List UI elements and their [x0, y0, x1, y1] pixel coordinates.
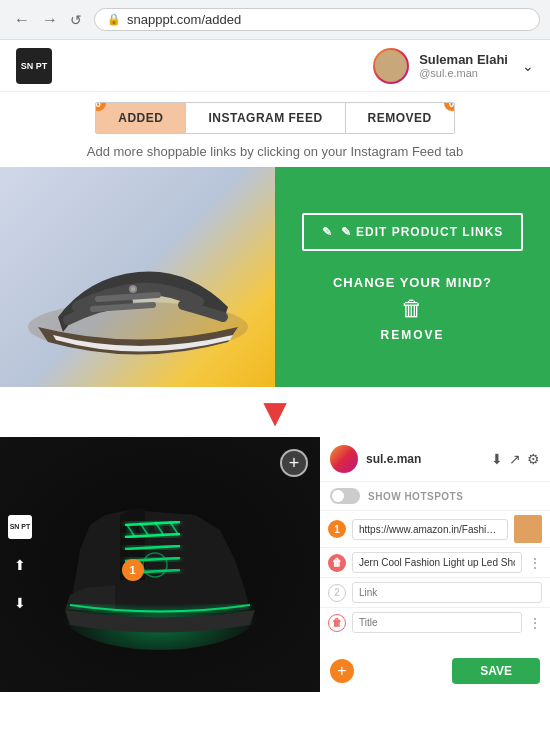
link-row-url-2: 2	[320, 578, 550, 608]
shoe-image-area: SN PT ⬆ ⬇	[0, 437, 320, 692]
address-bar[interactable]: 🔒 snapppt.com/added	[94, 8, 540, 31]
share-icon[interactable]: ↗	[509, 451, 521, 467]
forward-button[interactable]: →	[38, 9, 62, 31]
plus-icon-save: +	[337, 662, 346, 680]
remove-section: CHANGE YOUR MIND? 🗑 REMOVE	[333, 275, 492, 342]
right-avatar	[330, 445, 358, 473]
trash-btn-2[interactable]: 🗑	[328, 614, 346, 632]
left-icons: SN PT ⬆ ⬇	[8, 515, 32, 615]
edit-label: ✎ EDIT PRODUCT LINKS	[341, 225, 504, 239]
link-row-url-1: 1	[320, 511, 550, 548]
add-hotspot-button[interactable]: +	[330, 659, 354, 683]
profile-name: Suleman Elahi	[419, 52, 508, 67]
app-header: SN PT Suleman Elahi @sul.e.man ⌄	[0, 40, 550, 92]
bottom-panel: SN PT ⬆ ⬇	[0, 437, 550, 692]
avatar-image	[375, 50, 407, 82]
down-arrow-icon: ▼	[255, 392, 295, 432]
product-right-panel: ✎ ✎ EDIT PRODUCT LINKS CHANGE YOUR MIND?…	[275, 167, 550, 387]
tab-removed-label: REMOVED	[368, 111, 432, 125]
link-row-title-1: 🗑 ⋮	[320, 548, 550, 578]
right-header-icons: ⬇ ↗ ⚙	[491, 451, 540, 467]
nav-buttons: ← → ↺	[10, 9, 86, 31]
tab-removed[interactable]: REMOVED 0	[346, 103, 454, 133]
profile-section[interactable]: Suleman Elahi @sul.e.man ⌄	[373, 48, 534, 84]
tab-added[interactable]: 6 ADDED	[96, 103, 185, 133]
dropdown-arrow-icon[interactable]: ⌄	[522, 58, 534, 74]
link-url-2-input[interactable]	[352, 582, 542, 603]
tab-instagram-feed[interactable]: INSTAGRAM FEED	[185, 103, 345, 133]
link-title-input[interactable]	[352, 552, 522, 573]
trash-btn-1[interactable]: 🗑	[328, 554, 346, 572]
link-thumbnail	[514, 515, 542, 543]
tab-added-label: ADDED	[118, 111, 163, 125]
back-button[interactable]: ←	[10, 9, 34, 31]
save-button[interactable]: SAVE	[452, 658, 540, 684]
browser-chrome: ← → ↺ 🔒 snapppt.com/added	[0, 0, 550, 40]
trash-icon: 🗑	[401, 296, 423, 322]
sandal-image	[8, 177, 268, 377]
link-url-input[interactable]	[352, 519, 508, 540]
profile-handle: @sul.e.man	[419, 67, 508, 79]
change-mind-text: CHANGE YOUR MIND?	[333, 275, 492, 290]
edit-product-links-button[interactable]: ✎ ✎ EDIT PRODUCT LINKS	[302, 213, 524, 251]
url-text: snapppt.com/added	[127, 12, 241, 27]
add-hotspot-float-button[interactable]: +	[280, 449, 308, 477]
app-logo: SN PT	[16, 48, 52, 84]
hotspot-num-2: 2	[328, 584, 346, 602]
right-username: sul.e.man	[366, 452, 421, 466]
download-icon-right[interactable]: ⬇	[491, 451, 503, 467]
product-image-left	[0, 167, 275, 387]
tabs-section: 6 ADDED INSTAGRAM FEED REMOVED 0	[0, 92, 550, 140]
tabs-container: 6 ADDED INSTAGRAM FEED REMOVED 0	[95, 102, 454, 134]
added-badge: 6	[95, 102, 106, 111]
shoe-overlay	[0, 437, 320, 692]
right-side-panel: sul.e.man ⬇ ↗ ⚙ SHOW HOTSPOTS 1 🗑 ⋮	[320, 437, 550, 692]
lock-icon: 🔒	[107, 13, 121, 26]
refresh-button[interactable]: ↺	[66, 10, 86, 30]
link-row-title-2: 🗑 ⋮	[320, 608, 550, 637]
product-area: ✎ ✎ EDIT PRODUCT LINKS CHANGE YOUR MIND?…	[0, 167, 550, 387]
dots-menu-2[interactable]: ⋮	[528, 615, 542, 631]
hotspot-num-1: 1	[328, 520, 346, 538]
edit-icon: ✎	[322, 225, 333, 239]
hotspot-1-marker[interactable]: 1	[122, 559, 144, 581]
hotspots-toggle-row: SHOW HOTSPOTS	[320, 482, 550, 511]
link-title-2-input[interactable]	[352, 612, 522, 633]
settings-icon[interactable]: ⚙	[527, 451, 540, 467]
arrow-section: ▼	[0, 387, 550, 437]
hotspots-label: SHOW HOTSPOTS	[368, 491, 463, 502]
svg-point-2	[131, 287, 135, 291]
info-text: Add more shoppable links by clicking on …	[0, 140, 550, 167]
remove-label: REMOVE	[380, 328, 444, 342]
toggle-knob	[332, 490, 344, 502]
save-row: + SAVE	[320, 650, 550, 692]
upload-icon[interactable]: ⬆	[8, 553, 32, 577]
logo-small: SN PT	[8, 515, 32, 539]
removed-badge: 0	[444, 102, 455, 111]
plus-icon: +	[289, 453, 300, 474]
profile-info: Suleman Elahi @sul.e.man	[419, 52, 508, 79]
hotspots-toggle[interactable]	[330, 488, 360, 504]
right-header: sul.e.man ⬇ ↗ ⚙	[320, 437, 550, 482]
tab-feed-label: INSTAGRAM FEED	[208, 111, 322, 125]
avatar	[373, 48, 409, 84]
glowing-shoe-svg	[35, 480, 285, 650]
download-icon[interactable]: ⬇	[8, 591, 32, 615]
dots-menu-1[interactable]: ⋮	[528, 555, 542, 571]
